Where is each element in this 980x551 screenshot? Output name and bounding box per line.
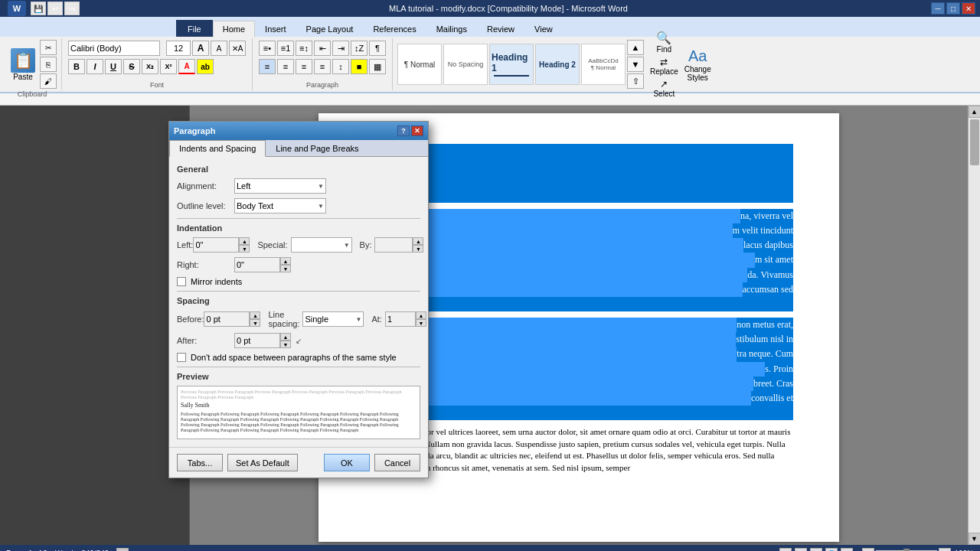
shrink-font-btn[interactable]: A — [211, 41, 227, 56]
replace-btn[interactable]: ⇄ Replace — [650, 57, 678, 76]
font-name-input[interactable]: Calibri (Body) — [68, 41, 160, 56]
styles-scroll-up[interactable]: ▲ — [627, 40, 644, 55]
italic-btn[interactable]: I — [87, 59, 103, 74]
indent-right-spinner[interactable]: ▲ ▼ — [280, 257, 291, 272]
before-up[interactable]: ▲ — [250, 311, 260, 319]
mirror-checkbox[interactable] — [177, 277, 186, 286]
zoom-out-btn[interactable]: − — [862, 548, 874, 551]
increase-indent-btn[interactable]: ⇥ — [332, 41, 349, 56]
text-color-btn[interactable]: A — [178, 59, 195, 74]
decrease-indent-btn[interactable]: ⇤ — [314, 41, 331, 56]
style-heading1[interactable]: Heading 1 — [489, 44, 534, 85]
save-qat-btn[interactable]: 💾 — [31, 2, 46, 15]
font-size-input[interactable]: 12 — [166, 41, 191, 56]
tabs-btn[interactable]: Tabs... — [177, 454, 223, 471]
bullets-btn[interactable]: ≡• — [259, 41, 276, 56]
justify-btn[interactable]: ≡ — [314, 59, 331, 74]
superscript-btn[interactable]: X² — [160, 59, 177, 74]
by-up[interactable]: ▲ — [413, 237, 423, 245]
dialog-close-btn[interactable]: ✕ — [411, 126, 423, 136]
style-heading2[interactable]: Heading 2 — [535, 44, 580, 85]
line-spacing-dropdown[interactable]: Single ▼ — [302, 311, 364, 327]
at-input[interactable]: 1 — [385, 311, 416, 327]
minimize-btn[interactable]: ─ — [931, 2, 945, 15]
dialog-tab-linebreaks[interactable]: Line and Page Breaks — [266, 140, 368, 156]
change-styles-btn[interactable]: ⇧ — [627, 73, 644, 89]
strikethrough-btn[interactable]: S — [123, 59, 140, 74]
shading-btn[interactable]: ■ — [351, 59, 368, 74]
cancel-btn[interactable]: Cancel — [374, 454, 420, 471]
at-down[interactable]: ▼ — [416, 319, 426, 327]
align-left-btn[interactable]: ≡ — [259, 59, 276, 74]
indent-left-up[interactable]: ▲ — [239, 237, 250, 245]
indent-left-input[interactable]: 0" — [193, 237, 239, 253]
tab-home[interactable]: Home — [213, 21, 255, 37]
tab-page-layout[interactable]: Page Layout — [296, 20, 364, 37]
by-input[interactable] — [374, 237, 413, 253]
grow-font-btn[interactable]: A — [192, 41, 209, 56]
bold-btn[interactable]: B — [68, 59, 85, 74]
tab-view[interactable]: View — [524, 20, 563, 37]
after-spinner[interactable]: ▲ ▼ — [280, 333, 291, 348]
select-btn[interactable]: ↗ Select — [653, 79, 675, 98]
by-spinner[interactable]: ▲ ▼ — [413, 237, 423, 253]
indent-right-input[interactable]: 0" — [234, 257, 280, 272]
spelling-check-icon[interactable]: ✓ — [116, 548, 129, 551]
cut-btn[interactable]: ✂ — [40, 40, 57, 55]
close-btn[interactable]: ✕ — [962, 2, 975, 15]
before-down[interactable]: ▼ — [250, 319, 260, 327]
zoom-in-btn[interactable]: + — [939, 548, 951, 551]
style-aabbcc1[interactable]: AaBbCcDd ¶ Normal — [581, 44, 626, 85]
before-spinner[interactable]: ▲ ▼ — [250, 311, 260, 327]
align-center-btn[interactable]: ≡ — [277, 59, 294, 74]
after-up[interactable]: ▲ — [280, 333, 291, 341]
highlight-btn[interactable]: ab — [197, 59, 214, 74]
dialog-tab-indents[interactable]: Indents and Spacing — [169, 140, 266, 157]
undo-qat-btn[interactable]: ↩ — [47, 2, 63, 15]
clear-format-btn[interactable]: ✕A — [229, 41, 246, 56]
before-input[interactable]: 0 pt — [204, 311, 250, 327]
find-btn[interactable]: 🔍 Find — [656, 31, 671, 54]
style-no-spacing[interactable]: No Spacing — [443, 44, 488, 85]
redo-qat-btn[interactable]: ↪ — [64, 2, 80, 15]
dialog-help-btn[interactable]: ? — [397, 126, 410, 136]
show-para-btn[interactable]: ¶ — [369, 41, 386, 56]
underline-btn[interactable]: U — [105, 59, 122, 74]
set-as-default-btn[interactable]: Set As Default — [227, 454, 298, 471]
view-normal-btn[interactable]: ▤ — [779, 548, 792, 551]
format-painter-btn[interactable]: 🖌 — [40, 73, 57, 89]
special-dropdown[interactable]: ▼ — [291, 237, 352, 253]
line-spacing-btn[interactable]: ↕ — [332, 59, 349, 74]
dont-add-space-checkbox[interactable] — [177, 353, 186, 362]
multilevel-btn[interactable]: ≡↕ — [296, 41, 312, 56]
indent-left-down[interactable]: ▼ — [239, 245, 250, 253]
view-outline-btn[interactable]: ≡ — [841, 548, 853, 551]
tab-references[interactable]: References — [363, 20, 426, 37]
indent-right-down[interactable]: ▼ — [280, 265, 291, 272]
after-input[interactable]: 0 pt — [234, 333, 280, 348]
tab-insert[interactable]: Insert — [255, 20, 296, 37]
restore-btn[interactable]: □ — [946, 2, 960, 15]
after-down[interactable]: ▼ — [280, 341, 291, 348]
subscript-btn[interactable]: X₂ — [142, 59, 158, 74]
numbering-btn[interactable]: ≡1 — [277, 41, 294, 56]
change-styles-main-btn[interactable]: Aa Change Styles — [684, 47, 711, 82]
tab-mailings[interactable]: Mailings — [426, 20, 477, 37]
view-print-btn[interactable]: ▣ — [810, 548, 822, 551]
tab-review[interactable]: Review — [477, 20, 524, 37]
paste-btn[interactable]: 📋 Paste — [8, 47, 38, 83]
view-reading-btn[interactable]: 📖 — [795, 548, 807, 551]
indent-left-spinner[interactable]: ▲ ▼ — [239, 237, 250, 253]
outline-dropdown[interactable]: Body Text ▼ — [234, 198, 326, 214]
styles-scroll-down[interactable]: ▼ — [627, 57, 644, 72]
indent-right-up[interactable]: ▲ — [280, 257, 291, 265]
style-normal[interactable]: ¶ Normal — [397, 44, 442, 85]
view-web-btn[interactable]: 🌐 — [825, 548, 838, 551]
tab-file[interactable]: File — [176, 20, 213, 37]
border-btn[interactable]: ▦ — [369, 59, 386, 74]
at-spinner[interactable]: ▲ ▼ — [416, 311, 426, 327]
ok-btn[interactable]: OK — [324, 454, 370, 471]
by-down[interactable]: ▼ — [413, 245, 423, 253]
alignment-dropdown[interactable]: Left ▼ — [234, 178, 326, 194]
align-right-btn[interactable]: ≡ — [296, 59, 312, 74]
